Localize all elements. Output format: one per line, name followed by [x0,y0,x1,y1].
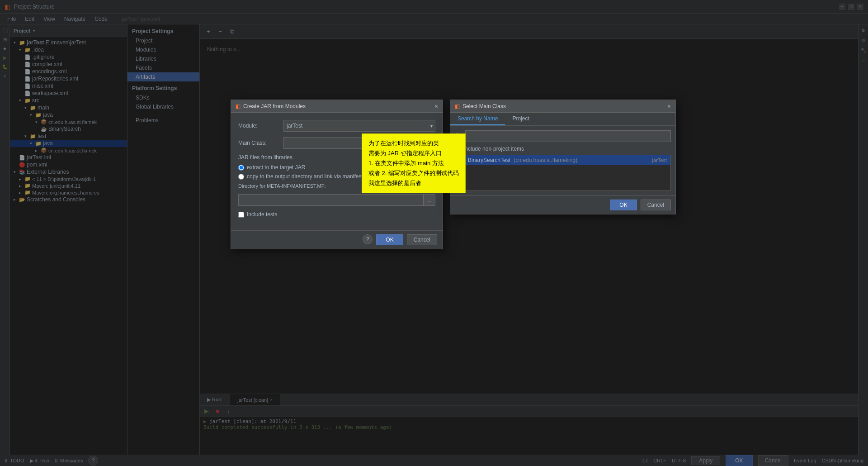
include-tests-label[interactable]: Include tests [247,211,277,218]
smc-results-list: ☕ BinarySearchTest (cn.edu.huas.st.flame… [455,155,671,191]
module-select-wrapper: jarTest ▾ [283,120,435,132]
smc-search-input[interactable] [465,130,671,142]
directory-input-row: … [238,194,435,206]
module-row: Module: jarTest ▾ [238,120,435,132]
tab-search-by-name[interactable]: Search by Name [450,113,505,125]
tab-project[interactable]: Project [505,113,536,125]
create-jar-dialog-title: ◧ Create JAR from Modules [236,103,306,109]
smc-cancel-button[interactable]: Cancel [641,200,671,210]
include-tests-row: Include tests [238,211,435,218]
select-class-dialog-titlebar: ◧ Select Main Class × [450,100,675,113]
annotation-line1: 为了在运行时找到对应的类 [368,138,459,148]
create-jar-dialog-titlebar: ◧ Create JAR from Modules × [231,100,443,113]
smc-package: (cn.edu.huas.st.flameking) [514,157,577,163]
directory-input[interactable] [238,194,424,206]
directory-label: Directory for META-INF/MANIFEST.MF: [238,183,338,189]
select-class-tabs: Search by Name Project [450,113,675,126]
module-label: Module: [238,123,283,129]
module-select[interactable]: jarTest [283,120,435,132]
select-class-body: 🔍 Include non-project items ☕ BinarySear… [450,126,675,195]
create-jar-close-button[interactable]: × [434,103,438,110]
jar-help-button[interactable]: ? [363,234,373,244]
smc-search-row: 🔍 [455,130,671,142]
smc-module: jarTest [652,157,667,163]
jar-ok-button[interactable]: OK [376,234,403,245]
annotation-box: 为了在运行时找到对应的类 需要为 JAR 包指定程序入口 1. 在类文件中添加 … [362,133,466,193]
annotation-line3: 1. 在类文件中添加 main 方法 [368,158,459,168]
smc-ok-button[interactable]: OK [610,200,637,210]
extract-radio-input[interactable] [238,165,244,171]
select-class-footer: OK Cancel [450,195,675,214]
include-tests-checkbox[interactable] [238,212,244,218]
select-class-close-button[interactable]: × [667,103,671,110]
smc-include-row: Include non-project items [455,146,671,152]
annotation-line2: 需要为 JAR 包指定程序入口 [368,148,459,158]
smc-result-item[interactable]: ☕ BinarySearchTest (cn.edu.huas.st.flame… [455,155,670,165]
select-main-class-dialog: ◧ Select Main Class × Search by Name Pro… [450,100,676,214]
create-jar-footer: ? OK Cancel [231,230,443,249]
smc-class-name: BinarySearchTest (cn.edu.huas.st.flameki… [468,157,577,163]
annotation-line4: 或者 2. 编写对应类文件的测试代码 [368,168,459,178]
directory-input-group: … [238,194,435,206]
copy-radio-input[interactable] [238,174,244,180]
main-class-label: Main Class: [238,140,283,146]
directory-browse-button[interactable]: … [424,194,435,206]
include-non-project-label[interactable]: Include non-project items [463,146,524,152]
jar-cancel-button[interactable]: Cancel [407,234,437,245]
annotation-line5: 我这里选择的是后者 [368,178,459,188]
select-class-dialog-title: ◧ Select Main Class [455,103,506,109]
